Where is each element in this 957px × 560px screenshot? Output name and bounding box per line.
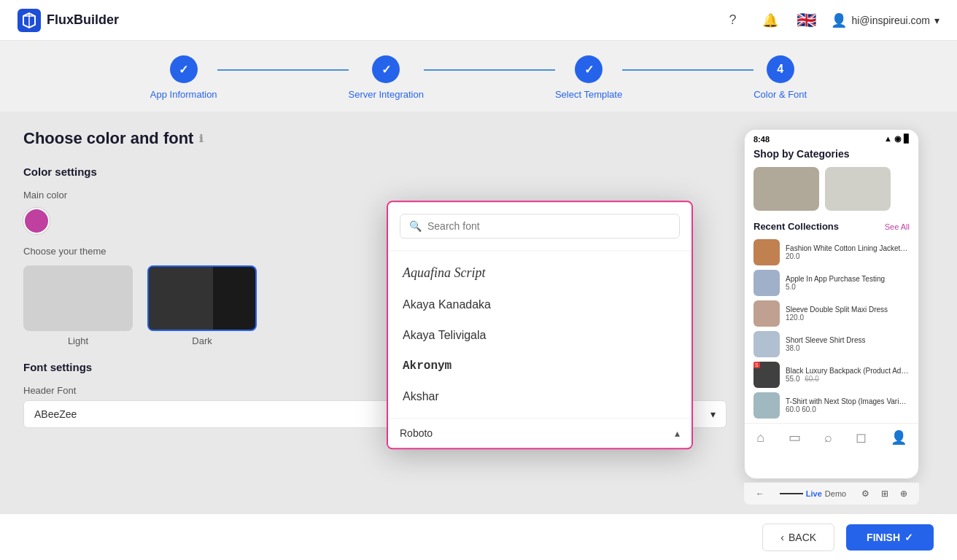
product-thumb-p3 xyxy=(753,300,780,327)
toolbar-divider xyxy=(780,493,803,494)
header-logo-area: FluxBuilder xyxy=(18,9,119,32)
back-button[interactable]: ‹ BACK xyxy=(762,524,834,551)
font-list-item-akaya-kanadaka[interactable]: Akaya Kanadaka xyxy=(388,289,691,320)
product-name-p3: Sleeve Double Split Maxi Dress xyxy=(786,306,910,314)
font-search-container: 🔍 xyxy=(388,202,691,251)
cart-icon: ▭ xyxy=(789,429,801,446)
product-name-p2: Apple In App Purchase Testing xyxy=(786,275,910,283)
font-dropdown-chevron-up-icon: ▴ xyxy=(675,427,680,439)
step-select-template[interactable]: ✓ Select Template xyxy=(555,55,622,100)
toolbar-zoom-icon[interactable]: ⊕ xyxy=(897,487,910,500)
product-thumb-p6 xyxy=(753,392,780,419)
signal-icons: ▲ ◉ ▊ xyxy=(884,134,910,144)
product-info-p1: Fashion White Cotton Lining Jacket (vari… xyxy=(786,244,910,260)
font-selected-value: Roboto xyxy=(400,427,433,439)
fluxbuilder-logo-icon xyxy=(18,9,41,32)
theme-light-label: Light xyxy=(68,335,88,346)
step2-circle: ✓ xyxy=(372,55,400,83)
theme-light-option[interactable]: Light xyxy=(23,265,133,346)
theme-dark-option[interactable]: Dark xyxy=(147,265,257,346)
font-dropdown-overlay: 🔍 Aquafina Script Akaya Kanadaka Akaya T… xyxy=(387,201,693,449)
product-info-p4: Short Sleeve Shirt Dress 38.0 xyxy=(786,336,910,352)
step-connector-1-2 xyxy=(217,69,349,71)
product-name-p4: Short Sleeve Shirt Dress xyxy=(786,336,910,344)
font-name-aquafina: Aquafina Script xyxy=(403,265,486,280)
see-all-link[interactable]: See All xyxy=(885,222,910,231)
user-avatar-icon: 👤 xyxy=(831,12,847,28)
step1-circle: ✓ xyxy=(170,55,198,83)
help-button[interactable]: ? xyxy=(721,9,744,32)
title-info-icon[interactable]: ℹ xyxy=(199,133,203,144)
toolbar-back-button[interactable]: ← xyxy=(753,487,767,500)
bookmark-icon: ◻ xyxy=(856,429,867,446)
font-name-akronym: Akronym xyxy=(403,359,452,373)
home-icon: ⌂ xyxy=(756,430,764,446)
step3-check-icon: ✓ xyxy=(584,63,594,77)
finish-button[interactable]: FINISH ✓ xyxy=(846,524,934,551)
sale-badge: S xyxy=(753,362,760,368)
product-price-p5: 55.0 60.0 xyxy=(786,375,910,383)
font-search-wrapper: 🔍 xyxy=(400,214,680,238)
step2-check-icon: ✓ xyxy=(381,63,391,77)
back-label: BACK xyxy=(789,532,816,543)
product-price-p4: 38.0 xyxy=(786,344,910,352)
step1-label: App Information xyxy=(150,89,217,100)
user-menu-chevron-icon: ▾ xyxy=(934,15,939,26)
language-flag-icon[interactable]: 🇬🇧 xyxy=(797,11,816,30)
shop-section-title: Shop by Categories xyxy=(753,148,910,160)
category-thumb-2 xyxy=(825,167,891,211)
phone-content: Shop by Categories Recent Collections Se… xyxy=(745,148,918,419)
header-actions: ? 🔔 🇬🇧 👤 hi@inspireui.com ▾ xyxy=(721,9,939,32)
user-email: hi@inspireui.com xyxy=(851,15,930,26)
step-server-integration[interactable]: ✓ Server Integration xyxy=(349,55,424,100)
toolbar-live-btn[interactable]: Live xyxy=(806,489,822,498)
recent-title-row: Recent Collections See All xyxy=(753,221,910,232)
user-menu[interactable]: 👤 hi@inspireui.com ▾ xyxy=(831,12,939,28)
category-thumbnails xyxy=(753,167,910,211)
stepper: ✓ App Information ✓ Server Integration ✓… xyxy=(0,41,957,112)
header: FluxBuilder ? 🔔 🇬🇧 👤 hi@inspireui.com ▾ xyxy=(0,0,957,41)
phone-bottom-bar: ⌂ ▭ ⌕ ◻ 👤 xyxy=(745,423,918,451)
step2-label: Server Integration xyxy=(349,89,424,100)
step-color-font[interactable]: 4 Color & Font xyxy=(753,55,807,100)
product-info-p3: Sleeve Double Split Maxi Dress 120.0 xyxy=(786,306,910,322)
phone-toolbar: ← Live Demo ⚙ ⊞ ⊕ xyxy=(744,482,919,505)
step3-circle: ✓ xyxy=(575,55,603,83)
font-name-akshar: Akshar xyxy=(403,390,439,402)
theme-light-card xyxy=(23,265,133,331)
main-color-swatch[interactable] xyxy=(23,208,50,234)
font-bottom-select[interactable]: Roboto ▴ xyxy=(388,418,691,448)
search-bottom-icon: ⌕ xyxy=(824,430,832,446)
notifications-button[interactable]: 🔔 xyxy=(759,9,782,32)
font-list-item-akronym[interactable]: Akronym xyxy=(388,351,691,381)
category-thumb-1 xyxy=(753,167,819,211)
product-thumb-p5: S xyxy=(753,362,780,388)
font-name-akaya-kanadaka: Akaya Kanadaka xyxy=(403,298,491,311)
font-list-item-akaya-telivigala[interactable]: Akaya Telivigala xyxy=(388,320,691,351)
product-thumb-p4 xyxy=(753,331,780,357)
toolbar-demo-btn[interactable]: Demo xyxy=(825,489,846,498)
product-item: Sleeve Double Split Maxi Dress 120.0 xyxy=(753,300,910,327)
step4-circle: 4 xyxy=(767,55,794,83)
help-icon: ? xyxy=(729,12,736,28)
product-item: Short Sleeve Shirt Dress 38.0 xyxy=(753,331,910,357)
product-price-p2: 5.0 xyxy=(786,283,910,291)
step-app-information[interactable]: ✓ App Information xyxy=(150,55,217,100)
step4-number: 4 xyxy=(777,63,783,76)
old-price-p5: 60.0 xyxy=(805,375,818,383)
profile-icon: 👤 xyxy=(891,429,907,446)
toolbar-grid-icon[interactable]: ⊞ xyxy=(878,487,891,500)
dark-card-inner xyxy=(149,267,213,330)
product-thumb-p2 xyxy=(753,270,780,296)
font-list-item-aquafina[interactable]: Aquafina Script xyxy=(388,257,691,289)
product-item: Fashion White Cotton Lining Jacket (vari… xyxy=(753,239,910,265)
font-list-item-akshar[interactable]: Akshar xyxy=(388,381,691,412)
phone-preview-panel: 8:48 ▲ ◉ ▊ Shop by Categories Recent Col… xyxy=(744,129,934,511)
font-search-icon: 🔍 xyxy=(409,220,422,232)
toolbar-settings-icon[interactable]: ⚙ xyxy=(859,487,872,500)
product-item: Apple In App Purchase Testing 5.0 xyxy=(753,270,910,296)
header-font-value: ABeeZee xyxy=(34,408,77,420)
finish-label: FINISH xyxy=(867,532,900,543)
font-search-input[interactable] xyxy=(427,220,670,232)
phone-time: 8:48 xyxy=(753,135,770,144)
